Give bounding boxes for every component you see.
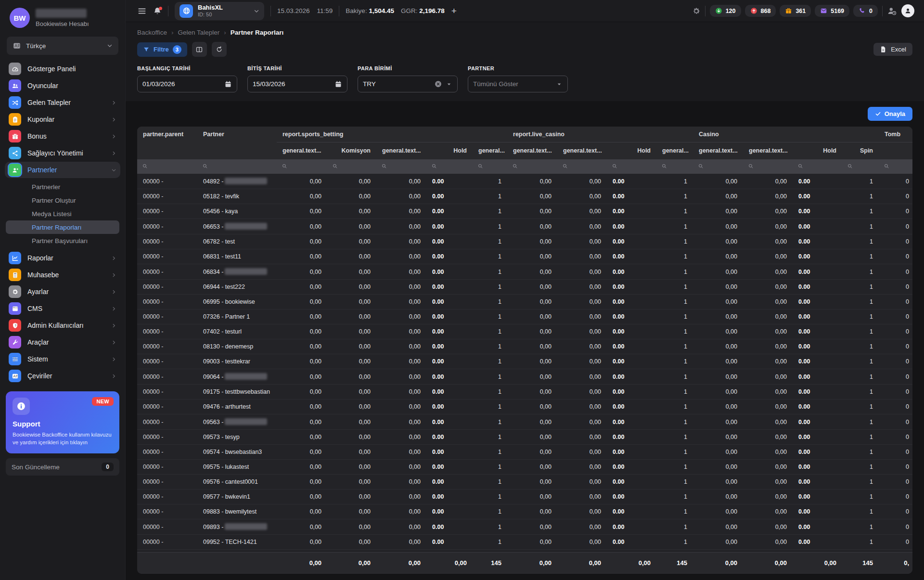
partner-select[interactable]: Tümünü Göster xyxy=(468,76,568,92)
calendar-icon[interactable] xyxy=(334,80,342,88)
column-search-cell[interactable] xyxy=(793,159,842,174)
column-subheader[interactable]: general.text... xyxy=(557,142,607,160)
table-row[interactable]: 00000 - 09893 -0,000,000,000.0010,000,00… xyxy=(137,519,912,535)
language-selector[interactable]: Türkçe xyxy=(7,37,118,55)
end-date-input[interactable]: 15/03/2026 xyxy=(247,76,347,92)
refresh-button[interactable] xyxy=(212,42,227,57)
column-search-cell[interactable] xyxy=(879,159,912,174)
column-search-cell[interactable] xyxy=(607,159,656,174)
column-search-cell[interactable] xyxy=(743,159,793,174)
sidebar-item-ceviriler[interactable]: Çeviriler xyxy=(5,368,120,384)
table-row[interactable]: 00000 - 09574 - bwsebastian30,000,000,00… xyxy=(137,445,912,460)
column-search-cell[interactable] xyxy=(197,159,277,174)
breadcrumb-link[interactable]: Backoffice xyxy=(137,29,167,36)
column-subheader[interactable]: general.text... xyxy=(693,142,743,160)
topbar-stat-calls[interactable]: 0 xyxy=(853,5,878,17)
column-search-cell[interactable] xyxy=(277,159,327,174)
table-row[interactable]: 00000 - 08130 - denemesp0,000,000,000.00… xyxy=(137,339,912,354)
column-subheader[interactable]: Hold xyxy=(426,142,473,160)
column-subheader[interactable]: Hold xyxy=(607,142,656,160)
column-subheader[interactable]: general.text... xyxy=(743,142,793,160)
sidebar-item-admin-kullanicilari[interactable]: Admin Kullanıcıları xyxy=(5,317,120,334)
topbar-stat-withdrawals[interactable]: 868 xyxy=(745,5,776,17)
sidebar-account[interactable]: BW Bookiewise Hesabı xyxy=(0,0,125,32)
column-subheader[interactable]: general.text... xyxy=(277,142,327,160)
breadcrumb-link[interactable]: Gelen Talepler xyxy=(178,29,220,36)
table-row[interactable]: 00000 - 09563 -0,000,000,000.0010,000,00… xyxy=(137,414,912,430)
calendar-icon[interactable] xyxy=(224,80,232,88)
table-row[interactable]: 00000 - 09576 - cantest00010,000,000,000… xyxy=(137,475,912,490)
column-subheader[interactable]: Komisyon xyxy=(327,142,376,160)
table-row[interactable]: 00000 - 06782 - test0,000,000,000.0010,0… xyxy=(137,234,912,249)
table-row[interactable]: 00000 - 06831 - test110,000,000,000.0010… xyxy=(137,249,912,264)
table-row[interactable]: 00000 - 09573 - tesyp0,000,000,000.0010,… xyxy=(137,430,912,445)
table-row[interactable]: 00000 - 09577 - bwkevin10,000,000,000.00… xyxy=(137,490,912,504)
table-row[interactable]: 00000 - 09003 - testtekrar0,000,000,000.… xyxy=(137,354,912,369)
sidebar-item-sistem[interactable]: Sistem xyxy=(5,351,120,367)
table-row[interactable]: 00000 - 07326 - Partner 10,000,000,000.0… xyxy=(137,309,912,324)
sidebar-item-gelen-talepler[interactable]: Gelen Talepler xyxy=(5,94,120,111)
column-search-cell[interactable] xyxy=(693,159,743,174)
table-row[interactable]: 00000 - 05182 - tevfik0,000,000,000.0010… xyxy=(137,189,912,204)
column-subheader[interactable]: general.text... xyxy=(507,142,557,160)
report-table-body[interactable]: 00000 - 04892 -0,000,000,000.0010,000,00… xyxy=(137,174,912,552)
column-subheader[interactable]: general... xyxy=(656,142,693,160)
submit-button[interactable]: Onayla xyxy=(868,107,912,121)
brand-selector[interactable]: BahisXL ID: 50 xyxy=(175,2,264,20)
column-search-cell[interactable] xyxy=(376,159,426,174)
sidebar-item-partnerler[interactable]: Partnerler xyxy=(5,162,120,178)
gear-icon[interactable] xyxy=(692,7,701,15)
last-update-row[interactable]: Son Güncelleme 0 xyxy=(6,458,119,476)
sidebar-subitem-partner-raporlari[interactable]: Partner Raporları xyxy=(6,220,119,234)
currency-select[interactable]: TRY xyxy=(358,76,458,92)
sidebar-item-gosterge-paneli[interactable]: Gösterge Paneli xyxy=(5,61,120,77)
sidebar-item-araclar[interactable]: Araçlar xyxy=(5,334,120,350)
topbar-stat-messages[interactable]: 5169 xyxy=(815,5,849,17)
sidebar-item-bonus[interactable]: Bonus xyxy=(5,128,120,144)
user-clock-icon[interactable] xyxy=(887,6,897,16)
table-row[interactable]: 00000 - 09064 -0,000,000,000.0010,000,00… xyxy=(137,369,912,385)
hamburger-menu-icon[interactable] xyxy=(137,6,147,16)
table-row[interactable]: 00000 - 09476 - arthurtest0,000,000,000.… xyxy=(137,400,912,414)
filter-button[interactable]: Filtre 3 xyxy=(137,42,187,57)
column-header[interactable]: Partner xyxy=(197,127,277,159)
column-search-cell[interactable] xyxy=(656,159,693,174)
sidebar-item-kuponlar[interactable]: Kuponlar xyxy=(5,111,120,128)
column-subheader[interactable]: general... xyxy=(473,142,507,160)
table-row[interactable]: 00000 - 04892 -0,000,000,000.0010,000,00… xyxy=(137,174,912,189)
table-row[interactable]: 00000 - 09175 - testtbwsebastian0,000,00… xyxy=(137,385,912,400)
table-row[interactable]: 00000 - 09575 - lukastest0,000,000,000.0… xyxy=(137,460,912,475)
column-search-cell[interactable] xyxy=(137,159,197,174)
column-search-cell[interactable] xyxy=(473,159,507,174)
columns-button[interactable] xyxy=(192,42,207,57)
add-metric-icon[interactable]: + xyxy=(451,6,457,15)
notifications-bell-icon[interactable] xyxy=(153,7,162,15)
sidebar-subitem-partnerler-sub[interactable]: Partnerler xyxy=(6,180,119,193)
column-search-cell[interactable] xyxy=(327,159,376,174)
topbar-stat-bonuses[interactable]: 361 xyxy=(780,5,811,17)
sidebar-subitem-partner-basvurulari[interactable]: Partner Başvuruları xyxy=(6,234,119,247)
table-row[interactable]: 00000 - 06653 -0,000,000,000.0010,000,00… xyxy=(137,219,912,234)
clear-icon[interactable] xyxy=(434,80,442,88)
table-row[interactable]: 00000 - 07402 - testurl0,000,000,000.001… xyxy=(137,324,912,339)
column-subheader[interactable] xyxy=(879,142,912,160)
support-card[interactable]: NEW Support Bookiewise Backoffice kullan… xyxy=(6,391,119,453)
table-row[interactable]: 00000 - 09952 - TECH-14210,000,000,000.0… xyxy=(137,535,912,550)
column-search-cell[interactable] xyxy=(557,159,607,174)
excel-export-button[interactable]: Excel xyxy=(873,43,912,56)
column-header[interactable]: partner.parent xyxy=(137,127,197,159)
start-date-input[interactable]: 01/03/2026 xyxy=(137,76,237,92)
column-search-cell[interactable] xyxy=(842,159,879,174)
column-subheader[interactable]: Hold xyxy=(793,142,842,160)
sidebar-subitem-partner-olustur[interactable]: Partner Oluştur xyxy=(6,193,119,207)
table-row[interactable]: 00000 - 09883 - bwemilytest0,000,000,000… xyxy=(137,504,912,519)
sidebar-item-ayarlar[interactable]: Ayarlar xyxy=(5,284,120,300)
sidebar-item-saglayici-yonetimi[interactable]: Sağlayıcı Yönetimi xyxy=(5,145,120,161)
sidebar-item-muhasebe[interactable]: Muhasebe xyxy=(5,267,120,283)
table-row[interactable]: 00000 - 06995 - bookiewise0,000,000,000.… xyxy=(137,295,912,309)
topbar-stat-deposits[interactable]: 120 xyxy=(710,5,741,17)
column-search-cell[interactable] xyxy=(507,159,557,174)
sidebar-subitem-medya-listesi[interactable]: Medya Listesi xyxy=(6,207,119,220)
sidebar-item-raporlar[interactable]: Raporlar xyxy=(5,250,120,266)
sidebar-item-oyuncular[interactable]: Oyuncular xyxy=(5,77,120,94)
